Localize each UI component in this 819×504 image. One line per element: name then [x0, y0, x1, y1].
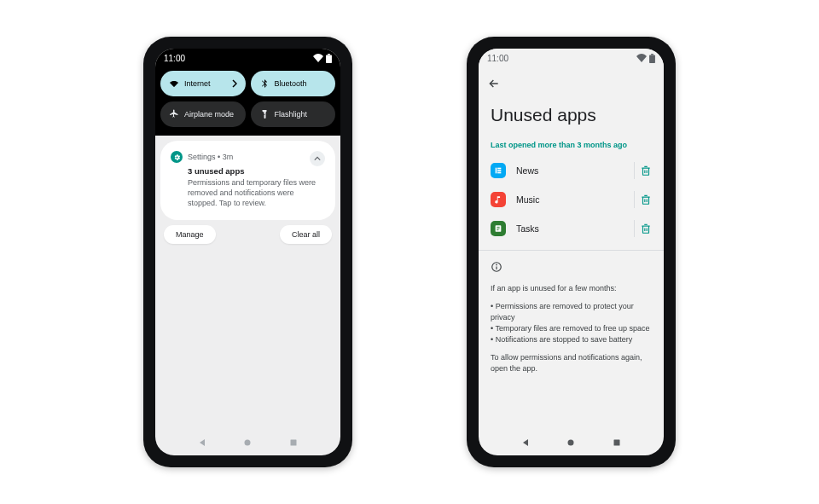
clear-all-button[interactable]: Clear all — [280, 225, 332, 244]
delete-icon[interactable] — [640, 194, 652, 206]
nav-recent-icon[interactable] — [288, 437, 299, 448]
info-outro: To allow permissions and notifications a… — [491, 352, 652, 374]
status-bar: 11:00 — [155, 49, 340, 67]
bluetooth-icon — [259, 78, 270, 89]
info-point: Temporary files are removed to free up s… — [491, 323, 652, 334]
app-name: News — [516, 165, 538, 176]
qs-tile-label: Airplane mode — [184, 110, 234, 119]
app-icon — [491, 192, 506, 207]
svg-rect-3 — [291, 440, 297, 446]
divider — [634, 191, 635, 208]
back-button[interactable] — [487, 77, 501, 90]
unused-app-row[interactable]: Tasks — [479, 214, 664, 243]
system-nav-bar — [155, 430, 340, 455]
notification-title: 3 unused apps — [188, 166, 325, 176]
unused-app-row[interactable]: News — [479, 156, 664, 185]
qs-tile-label: Flashlight — [275, 110, 308, 119]
status-bar: 11:00 — [479, 49, 664, 67]
info-icon — [491, 261, 502, 273]
nav-home-icon[interactable] — [566, 437, 576, 448]
svg-rect-5 — [651, 54, 653, 55]
svg-rect-6 — [496, 168, 497, 174]
app-name: Music — [516, 194, 539, 205]
flashlight-icon — [259, 109, 270, 119]
svg-rect-7 — [497, 168, 501, 170]
svg-point-14 — [568, 440, 574, 446]
nav-back-icon[interactable] — [197, 437, 207, 448]
settings-app-icon — [171, 151, 183, 163]
app-icon — [491, 221, 506, 236]
battery-icon — [326, 54, 332, 63]
airplane-icon — [169, 109, 179, 119]
svg-rect-9 — [497, 172, 501, 174]
chevron-right-icon — [232, 79, 237, 88]
manage-button[interactable]: Manage — [164, 225, 216, 244]
wifi-icon — [169, 78, 179, 89]
status-clock: 11:00 — [487, 54, 508, 63]
app-name: Tasks — [516, 223, 539, 234]
qs-tile-airplane[interactable]: Airplane mode — [160, 101, 246, 127]
section-header: Last opened more than 3 months ago — [479, 141, 664, 156]
info-intro: If an app is unused for a few months: — [491, 283, 652, 294]
svg-point-2 — [245, 440, 251, 446]
qs-tile-bluetooth[interactable]: Bluetooth — [251, 71, 336, 96]
wifi-icon — [313, 54, 323, 62]
delete-icon[interactable] — [640, 223, 652, 235]
nav-recent-icon[interactable] — [612, 437, 622, 448]
delete-icon[interactable] — [640, 165, 652, 177]
svg-point-13 — [497, 264, 497, 265]
app-icon — [491, 163, 506, 178]
screen-unused-apps: 11:00 Unused apps Last opened more than … — [479, 49, 664, 455]
screen-notification-shade: 11:00 Internet Bluetooth Airpla — [155, 49, 340, 455]
unused-app-row[interactable]: Music — [479, 185, 664, 214]
notification-body: Permissions and temporary files were rem… — [188, 177, 318, 208]
wifi-icon — [636, 54, 647, 62]
divider — [634, 220, 635, 237]
svg-rect-0 — [326, 55, 332, 63]
info-point: Permissions are removed to protect your … — [491, 301, 652, 323]
info-point: Notifications are stopped to save batter… — [491, 334, 652, 345]
notification-card[interactable]: Settings • 3m 3 unused apps Permissions … — [160, 141, 335, 220]
nav-back-icon[interactable] — [520, 437, 531, 448]
qs-tile-internet[interactable]: Internet — [160, 71, 246, 96]
chevron-up-icon — [314, 156, 321, 161]
phone-frame-left: 11:00 Internet Bluetooth Airpla — [143, 37, 352, 467]
expand-toggle[interactable] — [310, 151, 325, 166]
qs-tile-label: Bluetooth — [275, 79, 307, 88]
app-bar — [479, 67, 664, 95]
nav-home-icon[interactable] — [242, 437, 253, 448]
divider — [634, 162, 635, 179]
info-block: If an app is unused for a few months: Pe… — [479, 250, 664, 391]
battery-icon — [649, 54, 655, 63]
system-nav-bar — [479, 430, 664, 455]
quick-settings-panel: Internet Bluetooth Airplane mode Flashli… — [155, 67, 340, 136]
svg-rect-1 — [328, 54, 330, 55]
svg-rect-15 — [614, 440, 620, 446]
status-clock: 11:00 — [164, 54, 185, 63]
svg-rect-4 — [649, 55, 655, 63]
qs-tile-flashlight[interactable]: Flashlight — [251, 101, 336, 127]
phone-frame-right: 11:00 Unused apps Last opened more than … — [467, 37, 676, 467]
svg-rect-8 — [497, 170, 501, 171]
qs-tile-label: Internet — [184, 79, 211, 88]
notification-meta: Settings • 3m — [188, 153, 233, 161]
page-title: Unused apps — [479, 95, 664, 141]
